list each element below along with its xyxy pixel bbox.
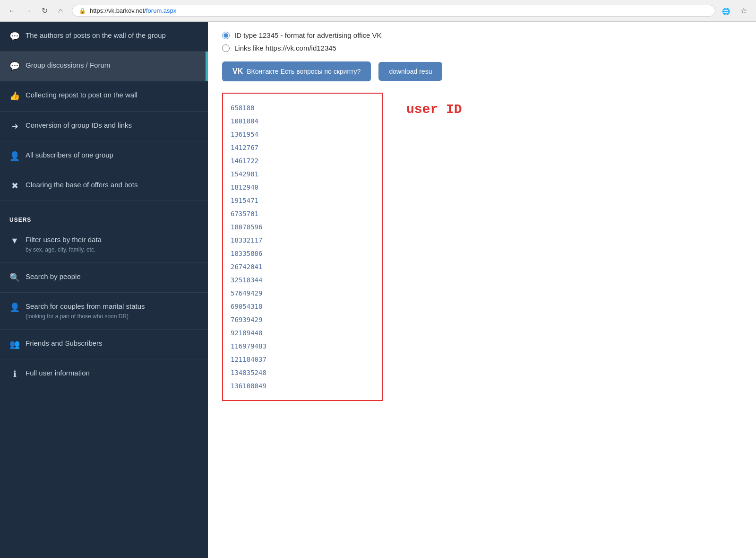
address-bar[interactable]: 🔒 https://vk.barkov.net/forum.aspx [72, 5, 715, 17]
sidebar-item-friends[interactable]: 👥 Friends and Subscribers [0, 330, 208, 359]
bookmark-button[interactable]: ☆ [737, 4, 750, 17]
sidebar-item-wall-authors[interactable]: 💬 The authors of posts on the wall of th… [0, 22, 208, 52]
sidebar-item-label: Filter users by their data [26, 235, 102, 244]
sidebar-item-user-info[interactable]: ℹ Full user information [0, 359, 208, 389]
result-number: 121184037 [231, 353, 374, 366]
result-number: 116979483 [231, 340, 374, 353]
couples-sub-label: (looking for a pair of those who soon DR… [26, 313, 145, 321]
filter-icon: ▼ [9, 235, 20, 247]
vk-icon: VK [232, 67, 243, 76]
browser-chrome: ← → ↻ ⌂ 🔒 https://vk.barkov.net/forum.as… [0, 0, 756, 22]
sidebar-item-label: Friends and Subscribers [26, 338, 103, 348]
radio-id-type-input[interactable] [222, 32, 230, 39]
sidebar-item-label: Search by people [26, 271, 81, 281]
translate-button[interactable]: 🌐 [720, 4, 733, 17]
home-button[interactable]: ⌂ [54, 4, 67, 17]
sidebar-item-label: Full user information [26, 368, 90, 378]
result-number: 1542981 [231, 167, 374, 181]
x-icon: ✖ [9, 180, 20, 192]
result-number: 57649429 [231, 287, 374, 300]
sidebar-item-repost[interactable]: 👍 Collecting repost to post on the wall [0, 81, 208, 111]
svg-text:🌐: 🌐 [722, 8, 730, 16]
results-numbers: 6581801001804136195414127671461722154298… [231, 101, 374, 392]
user-id-label: user ID [406, 102, 462, 117]
sidebar-item-label: All subscribers of one group [26, 150, 113, 160]
btn-row: VK ВКонтакте Есть вопросы по скрипту? do… [222, 61, 742, 81]
result-number: 1361954 [231, 128, 374, 141]
info-icon: ℹ [9, 368, 20, 380]
sidebar-item-label: Search for couples from marital status [26, 301, 145, 311]
result-number: 76939429 [231, 313, 374, 326]
result-number: 92189448 [231, 326, 374, 340]
radio-links-type[interactable]: Links like https://vk.com/id12345 [222, 44, 742, 52]
chat-icon: 💬 [9, 31, 20, 43]
chat2-icon: 💬 [9, 61, 20, 72]
sidebar-item-label: Group discussions / Forum [26, 60, 110, 70]
arrow-icon: ➜ [9, 121, 20, 132]
browser-actions: 🌐 ☆ [720, 4, 750, 17]
radio-id-type-label: ID type 12345 - format for advertising o… [234, 31, 382, 39]
sidebar: 💬 The authors of posts on the wall of th… [0, 22, 208, 558]
result-number: 18078596 [231, 220, 374, 234]
app-layout: 💬 The authors of posts on the wall of th… [0, 22, 756, 558]
reload-button[interactable]: ↻ [38, 4, 51, 17]
sidebar-item-label: The authors of posts on the wall of the … [26, 30, 166, 40]
radio-links-type-input[interactable] [222, 44, 230, 52]
result-number: 134835248 [231, 366, 374, 379]
couples-item-content: Search for couples from marital status (… [26, 301, 145, 321]
results-box: 6581801001804136195414127671461722154298… [222, 93, 383, 401]
result-number: 32518344 [231, 273, 374, 287]
sidebar-item-filter[interactable]: ▼ Filter users by their data by sex, age… [0, 226, 208, 263]
sidebar-item-forum[interactable]: 💬 Group discussions / Forum [0, 52, 208, 81]
vk-button-label: ВКонтакте Есть вопросы по скрипту? [247, 68, 361, 75]
sidebar-item-label: Clearing the base of offers and bots [26, 180, 137, 190]
result-number: 26742041 [231, 260, 374, 273]
result-number: 18332117 [231, 234, 374, 247]
radio-links-type-label: Links like https://vk.com/id12345 [234, 44, 336, 52]
results-area: 6581801001804136195414127671461722154298… [222, 93, 742, 401]
couple-icon: 👤 [9, 302, 20, 314]
forward-button[interactable]: → [22, 4, 35, 17]
sidebar-item-subscribers[interactable]: 👤 All subscribers of one group [0, 141, 208, 171]
friends-icon: 👥 [9, 339, 20, 350]
sidebar-item-couples[interactable]: 👤 Search for couples from marital status… [0, 293, 208, 330]
person-icon: 👤 [9, 150, 20, 162]
filter-sub-label: by sex, age, city, family, etc. [26, 246, 102, 254]
sidebar-item-bots[interactable]: ✖ Clearing the base of offers and bots [0, 171, 208, 201]
sidebar-item-conversion[interactable]: ➜ Conversion of group IDs and links [0, 112, 208, 141]
search-icon: 🔍 [9, 272, 20, 284]
sidebar-item-label: Collecting repost to post on the wall [26, 90, 137, 100]
sidebar-divider [0, 205, 208, 205]
result-number: 136108049 [231, 379, 374, 392]
active-indicator [206, 52, 208, 81]
address-url: https://vk.barkov.net/forum.aspx [90, 7, 176, 14]
result-number: 6735701 [231, 207, 374, 220]
radio-id-type[interactable]: ID type 12345 - format for advertising o… [222, 31, 742, 39]
result-number: 1001804 [231, 114, 374, 128]
users-section-label: USERS [0, 209, 208, 226]
result-number: 1812940 [231, 181, 374, 194]
back-button[interactable]: ← [6, 4, 19, 17]
result-number: 1915471 [231, 194, 374, 207]
result-number: 69054318 [231, 300, 374, 313]
filter-item-content: Filter users by their data by sex, age, … [26, 235, 102, 254]
sidebar-item-label: Conversion of group IDs and links [26, 120, 132, 130]
radio-group: ID type 12345 - format for advertising o… [222, 31, 742, 52]
lock-icon: 🔒 [79, 8, 86, 14]
download-button-label: download resu [389, 68, 432, 75]
download-button[interactable]: download resu [378, 62, 442, 81]
sidebar-item-search-people[interactable]: 🔍 Search by people [0, 263, 208, 293]
result-number: 658180 [231, 101, 374, 114]
main-content: ID type 12345 - format for advertising o… [208, 22, 756, 558]
result-number: 18335886 [231, 247, 374, 260]
result-number: 1412767 [231, 141, 374, 154]
nav-buttons: ← → ↻ ⌂ [6, 4, 67, 17]
result-number: 1461722 [231, 154, 374, 167]
thumbsup-icon: 👍 [9, 90, 20, 102]
vk-question-button[interactable]: VK ВКонтакте Есть вопросы по скрипту? [222, 61, 371, 81]
